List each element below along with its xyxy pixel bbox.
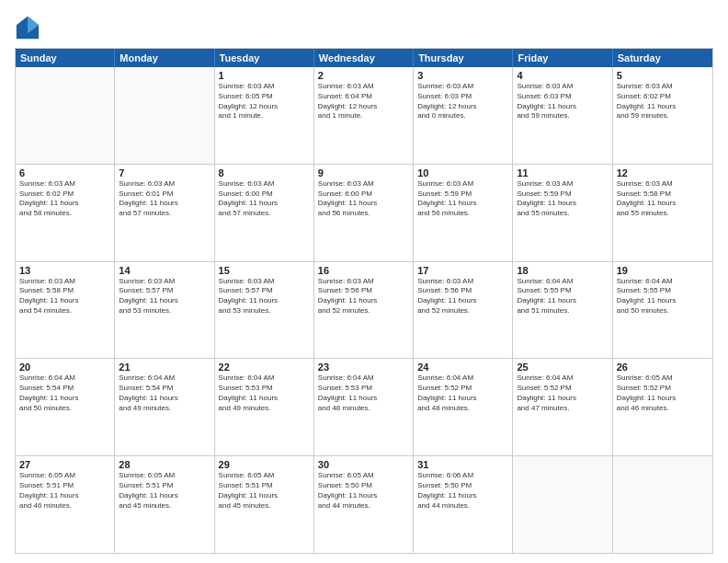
week-row-0: 1Sunrise: 6:03 AM Sunset: 6:05 PM Daylig… bbox=[16, 67, 712, 164]
day-cell-22: 22Sunrise: 6:04 AM Sunset: 5:53 PM Dayli… bbox=[215, 359, 314, 455]
header-day-saturday: Saturday bbox=[613, 49, 712, 67]
day-number: 23 bbox=[318, 362, 409, 373]
day-number: 31 bbox=[417, 459, 508, 470]
cell-info: Sunrise: 6:03 AM Sunset: 6:02 PM Dayligh… bbox=[19, 179, 110, 219]
day-cell-7: 7Sunrise: 6:03 AM Sunset: 6:01 PM Daylig… bbox=[115, 165, 214, 261]
cell-info: Sunrise: 6:03 AM Sunset: 5:57 PM Dayligh… bbox=[219, 277, 310, 316]
cell-info: Sunrise: 6:03 AM Sunset: 5:59 PM Dayligh… bbox=[417, 179, 508, 219]
logo bbox=[15, 15, 44, 40]
day-cell-15: 15Sunrise: 6:03 AM Sunset: 5:57 PM Dayli… bbox=[215, 262, 314, 359]
cell-info: Sunrise: 6:03 AM Sunset: 5:58 PM Dayligh… bbox=[19, 277, 110, 316]
day-cell-25: 25Sunrise: 6:04 AM Sunset: 5:52 PM Dayli… bbox=[513, 359, 612, 455]
day-number: 25 bbox=[517, 362, 608, 373]
day-cell-21: 21Sunrise: 6:04 AM Sunset: 5:54 PM Dayli… bbox=[115, 359, 214, 455]
day-cell-30: 30Sunrise: 6:05 AM Sunset: 5:50 PM Dayli… bbox=[314, 456, 414, 553]
cell-info: Sunrise: 6:03 AM Sunset: 6:03 PM Dayligh… bbox=[417, 82, 508, 121]
logo-icon bbox=[15, 15, 40, 40]
cell-info: Sunrise: 6:03 AM Sunset: 6:05 PM Dayligh… bbox=[219, 82, 310, 121]
day-cell-10: 10Sunrise: 6:03 AM Sunset: 5:59 PM Dayli… bbox=[414, 165, 513, 261]
day-number: 28 bbox=[119, 459, 210, 470]
cell-info: Sunrise: 6:03 AM Sunset: 6:01 PM Dayligh… bbox=[119, 179, 210, 219]
day-number: 29 bbox=[219, 459, 310, 470]
cell-info: Sunrise: 6:04 AM Sunset: 5:52 PM Dayligh… bbox=[517, 373, 608, 413]
cell-info: Sunrise: 6:03 AM Sunset: 6:03 PM Dayligh… bbox=[517, 82, 608, 121]
day-cell-23: 23Sunrise: 6:04 AM Sunset: 5:53 PM Dayli… bbox=[314, 359, 414, 455]
day-cell-28: 28Sunrise: 6:05 AM Sunset: 5:51 PM Dayli… bbox=[115, 456, 214, 553]
week-row-1: 6Sunrise: 6:03 AM Sunset: 6:02 PM Daylig… bbox=[16, 164, 712, 261]
day-cell-26: 26Sunrise: 6:05 AM Sunset: 5:52 PM Dayli… bbox=[613, 359, 712, 455]
day-cell-6: 6Sunrise: 6:03 AM Sunset: 6:02 PM Daylig… bbox=[16, 165, 115, 261]
day-cell-27: 27Sunrise: 6:05 AM Sunset: 5:51 PM Dayli… bbox=[16, 456, 115, 553]
day-number: 12 bbox=[617, 167, 709, 178]
header-day-wednesday: Wednesday bbox=[314, 49, 414, 67]
day-cell-29: 29Sunrise: 6:05 AM Sunset: 5:51 PM Dayli… bbox=[215, 456, 314, 553]
week-row-3: 20Sunrise: 6:04 AM Sunset: 5:54 PM Dayli… bbox=[16, 358, 712, 455]
cell-info: Sunrise: 6:03 AM Sunset: 5:56 PM Dayligh… bbox=[417, 277, 508, 316]
week-row-2: 13Sunrise: 6:03 AM Sunset: 5:58 PM Dayli… bbox=[16, 261, 712, 359]
day-cell-18: 18Sunrise: 6:04 AM Sunset: 5:55 PM Dayli… bbox=[513, 262, 612, 359]
empty-cell bbox=[513, 456, 612, 553]
day-number: 22 bbox=[219, 362, 310, 373]
day-number: 8 bbox=[219, 167, 310, 178]
header-day-sunday: Sunday bbox=[16, 49, 115, 67]
cell-info: Sunrise: 6:05 AM Sunset: 5:52 PM Dayligh… bbox=[617, 373, 709, 413]
header-day-tuesday: Tuesday bbox=[215, 49, 314, 67]
day-cell-8: 8Sunrise: 6:03 AM Sunset: 6:00 PM Daylig… bbox=[215, 165, 314, 261]
cell-info: Sunrise: 6:03 AM Sunset: 5:56 PM Dayligh… bbox=[318, 277, 409, 316]
cell-info: Sunrise: 6:04 AM Sunset: 5:55 PM Dayligh… bbox=[517, 277, 608, 316]
day-number: 15 bbox=[219, 265, 310, 276]
calendar-body: 1Sunrise: 6:03 AM Sunset: 6:05 PM Daylig… bbox=[16, 67, 712, 553]
cell-info: Sunrise: 6:05 AM Sunset: 5:51 PM Dayligh… bbox=[19, 471, 110, 511]
cell-info: Sunrise: 6:03 AM Sunset: 5:58 PM Dayligh… bbox=[617, 179, 709, 219]
day-number: 16 bbox=[318, 265, 409, 276]
day-number: 3 bbox=[417, 70, 508, 81]
day-number: 2 bbox=[318, 70, 409, 81]
day-number: 19 bbox=[617, 265, 709, 276]
day-number: 11 bbox=[517, 167, 608, 178]
day-cell-3: 3Sunrise: 6:03 AM Sunset: 6:03 PM Daylig… bbox=[414, 67, 513, 164]
day-number: 7 bbox=[119, 167, 210, 178]
day-number: 13 bbox=[19, 265, 110, 276]
day-cell-2: 2Sunrise: 6:03 AM Sunset: 6:04 PM Daylig… bbox=[314, 67, 414, 164]
cell-info: Sunrise: 6:03 AM Sunset: 6:02 PM Dayligh… bbox=[617, 82, 709, 121]
day-cell-5: 5Sunrise: 6:03 AM Sunset: 6:02 PM Daylig… bbox=[613, 67, 712, 164]
week-row-4: 27Sunrise: 6:05 AM Sunset: 5:51 PM Dayli… bbox=[16, 455, 712, 553]
day-cell-13: 13Sunrise: 6:03 AM Sunset: 5:58 PM Dayli… bbox=[16, 262, 115, 359]
day-cell-17: 17Sunrise: 6:03 AM Sunset: 5:56 PM Dayli… bbox=[414, 262, 513, 359]
cell-info: Sunrise: 6:03 AM Sunset: 6:04 PM Dayligh… bbox=[318, 82, 409, 121]
cell-info: Sunrise: 6:04 AM Sunset: 5:54 PM Dayligh… bbox=[119, 373, 210, 413]
day-number: 6 bbox=[19, 167, 110, 178]
cell-info: Sunrise: 6:04 AM Sunset: 5:53 PM Dayligh… bbox=[219, 373, 310, 413]
day-cell-9: 9Sunrise: 6:03 AM Sunset: 6:00 PM Daylig… bbox=[314, 165, 414, 261]
day-number: 17 bbox=[417, 265, 508, 276]
day-number: 30 bbox=[318, 459, 409, 470]
empty-cell bbox=[613, 456, 712, 553]
cell-info: Sunrise: 6:06 AM Sunset: 5:50 PM Dayligh… bbox=[417, 471, 508, 511]
cell-info: Sunrise: 6:05 AM Sunset: 5:51 PM Dayligh… bbox=[219, 471, 310, 511]
day-number: 20 bbox=[19, 362, 110, 373]
empty-cell bbox=[115, 67, 214, 164]
empty-cell bbox=[16, 67, 115, 164]
cell-info: Sunrise: 6:04 AM Sunset: 5:52 PM Dayligh… bbox=[417, 373, 508, 413]
day-number: 4 bbox=[517, 70, 608, 81]
day-number: 18 bbox=[517, 265, 608, 276]
cell-info: Sunrise: 6:05 AM Sunset: 5:51 PM Dayligh… bbox=[119, 471, 210, 511]
cell-info: Sunrise: 6:03 AM Sunset: 5:57 PM Dayligh… bbox=[119, 277, 210, 316]
day-number: 27 bbox=[19, 459, 110, 470]
cell-info: Sunrise: 6:03 AM Sunset: 6:00 PM Dayligh… bbox=[219, 179, 310, 219]
header-day-friday: Friday bbox=[513, 49, 612, 67]
day-number: 10 bbox=[417, 167, 508, 178]
calendar-header: SundayMondayTuesdayWednesdayThursdayFrid… bbox=[16, 49, 712, 67]
day-number: 1 bbox=[219, 70, 310, 81]
cell-info: Sunrise: 6:05 AM Sunset: 5:50 PM Dayligh… bbox=[318, 471, 409, 511]
header-day-monday: Monday bbox=[115, 49, 214, 67]
calendar: SundayMondayTuesdayWednesdayThursdayFrid… bbox=[15, 48, 713, 554]
day-number: 26 bbox=[617, 362, 709, 373]
header-day-thursday: Thursday bbox=[414, 49, 513, 67]
cell-info: Sunrise: 6:04 AM Sunset: 5:55 PM Dayligh… bbox=[617, 277, 709, 316]
day-number: 9 bbox=[318, 167, 409, 178]
day-cell-14: 14Sunrise: 6:03 AM Sunset: 5:57 PM Dayli… bbox=[115, 262, 214, 359]
day-cell-16: 16Sunrise: 6:03 AM Sunset: 5:56 PM Dayli… bbox=[314, 262, 414, 359]
day-cell-19: 19Sunrise: 6:04 AM Sunset: 5:55 PM Dayli… bbox=[613, 262, 712, 359]
day-number: 21 bbox=[119, 362, 210, 373]
